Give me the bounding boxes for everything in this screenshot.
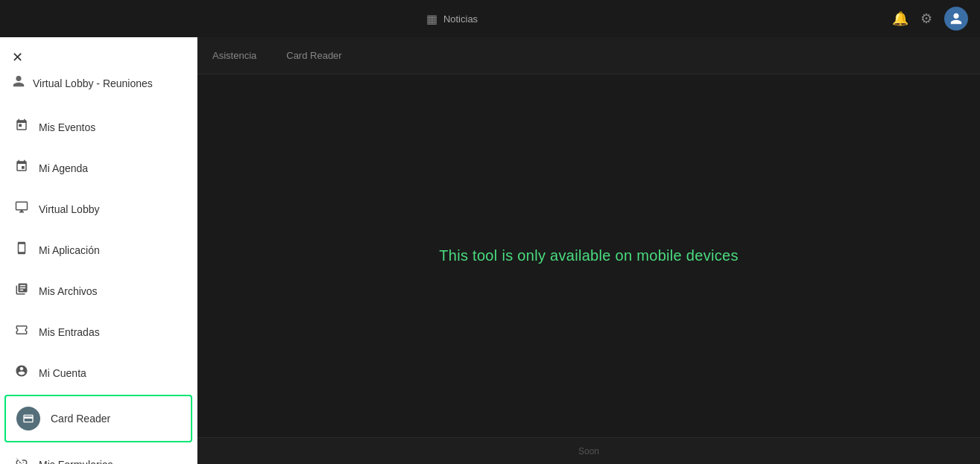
sidebar-item-virtual-lobby[interactable]: Virtual Lobby (0, 188, 197, 229)
sidebar-label-mis-formularios: Mis Formularios (39, 459, 113, 465)
sidebar-label-card-reader: Card Reader (51, 413, 110, 425)
sidebar-label-mi-cuenta: Mi Cuenta (39, 367, 86, 379)
sidebar-item-mis-entradas[interactable]: Mis Entradas (0, 311, 197, 352)
main-footer: Soon (197, 437, 980, 464)
header-center-label: Noticias (443, 13, 478, 25)
sidebar-label-mi-aplicacion: Mi Aplicación (39, 244, 100, 256)
notification-icon[interactable]: 🔔 (892, 10, 908, 27)
user-icon (12, 74, 25, 92)
header-center: ▦ Noticias (426, 12, 478, 26)
avatar[interactable] (944, 7, 968, 31)
main-center: This tool is only available on mobile de… (197, 74, 980, 437)
sidebar-header: ✕ (0, 37, 197, 71)
sidebar-item-mi-cuenta[interactable]: Mi Cuenta (0, 352, 197, 393)
card-reader-icon (16, 407, 40, 430)
calendar-icon (15, 118, 28, 136)
files-icon (15, 282, 28, 299)
sidebar-label-virtual-lobby: Virtual Lobby (39, 203, 99, 215)
sidebar-label-mi-agenda: Mi Agenda (39, 162, 88, 174)
header-right: 🔔 ⚙ (892, 7, 968, 31)
grid-icon: ▦ (426, 12, 437, 26)
sidebar-item-mis-archivos[interactable]: Mis Archivos (0, 270, 197, 311)
close-button[interactable]: ✕ (12, 49, 23, 66)
sidebar-item-mis-formularios[interactable]: Mis Formularios (0, 444, 197, 464)
subheader-card-reader[interactable]: Card Reader (286, 47, 341, 64)
forms-icon (15, 456, 28, 464)
footer-text: Soon (578, 446, 599, 457)
sidebar-user-item[interactable]: Virtual Lobby - Reuniones (0, 71, 197, 101)
sidebar: ✕ Virtual Lobby - Reuniones Mis Eventos … (0, 37, 197, 464)
sidebar-item-mis-eventos[interactable]: Mis Eventos (0, 107, 197, 147)
sidebar-label-mis-eventos: Mis Eventos (39, 121, 95, 133)
sidebar-item-card-reader[interactable]: Card Reader (4, 395, 192, 442)
main-subheader: Asistencia Card Reader (197, 37, 980, 74)
sidebar-label-mis-archivos: Mis Archivos (39, 285, 98, 297)
header: ▦ Noticias 🔔 ⚙ (0, 0, 980, 37)
sidebar-item-mi-aplicacion[interactable]: Mi Aplicación (0, 229, 197, 270)
phone-icon (15, 241, 28, 258)
settings-icon[interactable]: ⚙ (920, 10, 932, 27)
body: ✕ Virtual Lobby - Reuniones Mis Eventos … (0, 37, 980, 464)
monitor-icon (15, 200, 28, 217)
agenda-icon (15, 159, 28, 177)
sidebar-item-mi-agenda[interactable]: Mi Agenda (0, 147, 197, 188)
subheader-asistencia[interactable]: Asistencia (212, 47, 256, 64)
mobile-only-message: This tool is only available on mobile de… (439, 247, 738, 264)
ticket-icon (15, 323, 28, 340)
main-content-area: Asistencia Card Reader This tool is only… (197, 37, 980, 464)
sidebar-user-label: Virtual Lobby - Reuniones (33, 77, 153, 89)
sidebar-label-mis-entradas: Mis Entradas (39, 326, 100, 338)
account-icon (15, 364, 28, 381)
